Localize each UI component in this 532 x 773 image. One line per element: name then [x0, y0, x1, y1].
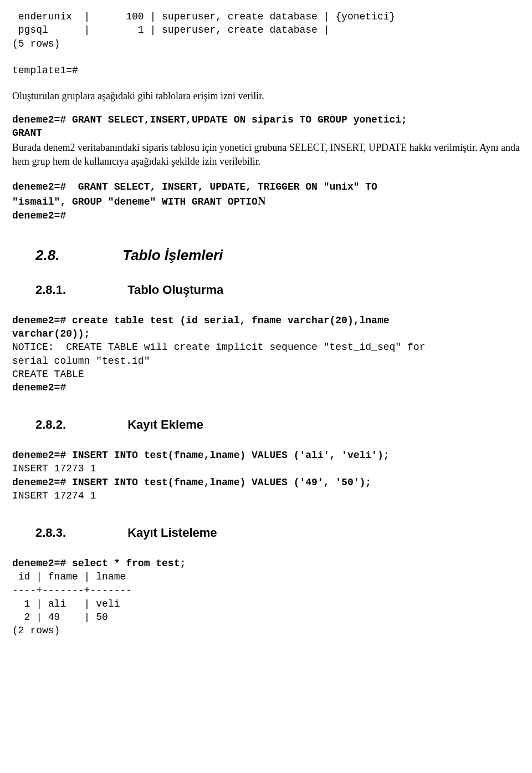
- code-create-l4: serial column "test.id": [12, 354, 520, 368]
- code-create-l6: deneme2=#: [12, 381, 520, 394]
- code-insert-l3: deneme2=# INSERT INTO test(fname,lname) …: [12, 476, 520, 489]
- code-insert-l1: deneme2=# INSERT INTO test(fname,lname) …: [12, 449, 520, 462]
- code-grant2-line2: "ismail", GROUP "deneme" WITH GRANT OPTI…: [12, 194, 520, 208]
- code-select-l4: 1 | ali | veli: [12, 597, 520, 611]
- section-2-8-heading: 2.8. Tablo İşlemleri: [35, 246, 520, 265]
- section-2-8-2-title: Kayıt Ekleme: [127, 418, 203, 431]
- code-create-l5: CREATE TABLE: [12, 368, 520, 381]
- section-2-8-2-number: 2.8.2.: [35, 416, 124, 433]
- code-grant2-line1: deneme2=# GRANT SELECT, INSERT, UPDATE, …: [12, 180, 520, 194]
- section-2-8-2-heading: 2.8.2. Kayıt Ekleme: [35, 416, 520, 433]
- section-2-8-number: 2.8.: [35, 246, 119, 265]
- code-output-top: enderunix | 100 | superuser, create data…: [12, 10, 520, 77]
- code-create-l2: varchar(20));: [12, 327, 520, 340]
- code-create-l3: NOTICE: CREATE TABLE will create implici…: [12, 340, 520, 354]
- code-select-l3: ----+-------+-------: [12, 584, 520, 597]
- section-2-8-3-heading: 2.8.3. Kayıt Listeleme: [35, 525, 520, 541]
- code-select-l6: (2 rows): [12, 624, 520, 637]
- section-2-8-title: Tablo İşlemleri: [122, 247, 223, 263]
- section-2-8-1-number: 2.8.1.: [35, 282, 124, 298]
- code-insert-l2: INSERT 17273 1: [12, 462, 520, 475]
- paragraph-grant-intro: Oluşturulan gruplara aşağıdaki gibi tabl…: [12, 89, 520, 103]
- code-grant2-line3: deneme2=#: [12, 209, 520, 222]
- code-select-l5: 2 | 49 | 50: [12, 611, 520, 624]
- section-2-8-1-heading: 2.8.1. Tablo Oluşturma: [35, 282, 520, 298]
- paragraph-grant-explain: Burada denem2 veritabanındaki siparis ta…: [12, 141, 520, 168]
- section-2-8-3-number: 2.8.3.: [35, 525, 124, 541]
- code-create-l1: deneme2=# create table test (id serial, …: [12, 314, 520, 327]
- code-select-l2: id | fname | lname: [12, 570, 520, 583]
- code-insert-l4: INSERT 17274 1: [12, 489, 520, 502]
- section-2-8-3-title: Kayıt Listeleme: [127, 526, 217, 540]
- code-grant1-line1: deneme2=# GRANT SELECT,INSERT,UPDATE ON …: [12, 113, 520, 126]
- code-grant1-line2: GRANT: [12, 126, 520, 140]
- section-2-8-1-title: Tablo Oluşturma: [127, 283, 223, 297]
- code-select-l1: deneme2=# select * from test;: [12, 557, 520, 570]
